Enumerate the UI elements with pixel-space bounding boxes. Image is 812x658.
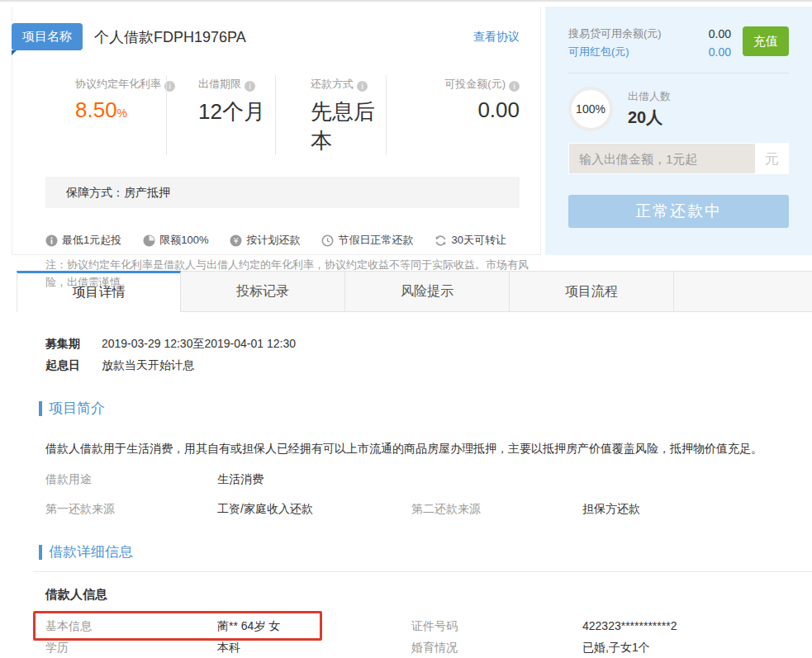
- row-label2: [411, 471, 582, 487]
- panel-divider: [568, 73, 789, 73]
- row-label: 学历: [45, 637, 217, 658]
- fundraise-period-label: 募集期: [45, 337, 80, 350]
- feature-transferable: 30天可转让: [434, 233, 506, 248]
- feature-label: 节假日正常还款: [338, 233, 413, 248]
- row-value2: 担保方还款: [582, 500, 789, 517]
- feature-label: 按计划还款: [246, 233, 300, 248]
- fundraise-period-row: 募集期 2019-03-29 12:30至2019-04-01 12:30: [45, 337, 789, 352]
- info-icon: [45, 234, 58, 247]
- borrower-info-subheading: 借款人信息: [45, 587, 789, 603]
- loan-detail-page: 项目名称 个人借款FDPH1976PA 查看协议 协议约定年化利率 8.50% …: [0, 0, 812, 658]
- stat-label: 协议约定年化利率: [75, 78, 161, 90]
- guarantee-bar: 保障方式：房产抵押: [45, 177, 520, 208]
- tab-filler: [674, 271, 812, 312]
- stat-value: 0.00: [387, 97, 520, 123]
- interest-start-label: 起息日: [45, 358, 80, 372]
- repaying-status-button[interactable]: 正常还款中: [568, 195, 789, 228]
- amount-input[interactable]: [569, 144, 755, 173]
- row-value2: [582, 471, 789, 487]
- borrower-info-table: 基本信息 蔺** 64岁 女 证件号码 422323***********2 学…: [45, 615, 789, 658]
- feature-min-invest: 最低1元起投: [45, 233, 121, 248]
- yen-icon: ¥: [230, 234, 242, 247]
- row-label: 第一还款来源: [45, 500, 217, 517]
- row-value: 工资/家庭收入还款: [217, 500, 411, 517]
- stat-value: 先息后本: [311, 97, 386, 155]
- pie-icon: [143, 234, 155, 247]
- amount-input-group: 元: [568, 143, 789, 174]
- project-detail-content: 募集期 2019-03-29 12:30至2019-04-01 12:30 起息…: [0, 312, 812, 658]
- invest-panel: 搜易贷可用余额(元) 0.00 可用红包(元) 0.00 充值 100% 出借人…: [545, 7, 812, 255]
- progress-row: 100% 出借人数 20人: [568, 87, 789, 131]
- page-title: 个人借款FDPH1976PA: [94, 27, 246, 47]
- clock-icon: [321, 234, 334, 247]
- feature-holiday-repay: 节假日正常还款: [321, 233, 413, 248]
- upper-section: 项目名称 个人借款FDPH1976PA 查看协议 协议约定年化利率 8.50% …: [0, 2, 812, 260]
- lenders-block: 出借人数 20人: [628, 89, 671, 129]
- stat-label: 还款方式: [311, 78, 354, 90]
- stat-value: 8.50: [75, 97, 117, 122]
- feature-label: 最低1元起投: [62, 233, 121, 248]
- redpacket-link[interactable]: 可用红包(元): [568, 43, 709, 61]
- stat-value: 12个月: [198, 97, 275, 126]
- info-icon[interactable]: [245, 81, 255, 92]
- fundraise-period-value: 2019-03-29 12:30至2019-04-01 12:30: [102, 337, 296, 350]
- lenders-count: 20人: [628, 107, 671, 129]
- feature-label: 限额100%: [159, 233, 208, 248]
- row-label2: 第二还款来源: [411, 500, 582, 517]
- basic-info-row: 基本信息 蔺** 64岁 女 证件号码 422323***********2: [45, 615, 789, 637]
- balance-label: 搜易贷可用余额(元): [568, 25, 709, 43]
- row-label2: 证件号码: [411, 615, 582, 637]
- row-value: 本科: [217, 637, 411, 658]
- interest-start-row: 起息日 放款当天开始计息: [45, 358, 789, 373]
- view-agreement-link[interactable]: 查看协议: [473, 30, 520, 45]
- lenders-label: 出借人数: [628, 89, 671, 104]
- stats-row: 协议约定年化利率 8.50% 出借期限 12个月 还款方式 先息后本 可投金额(…: [12, 75, 521, 155]
- account-summary: 搜易贷可用余额(元) 0.00 可用红包(元) 0.00 充值: [568, 25, 789, 61]
- project-name-badge: 项目名称: [12, 23, 83, 50]
- section-divider: [33, 571, 812, 572]
- tab-project-process[interactable]: 项目流程: [510, 271, 674, 312]
- interest-start-value: 放款当天开始计息: [102, 358, 194, 372]
- row-label2: 婚育情况: [411, 637, 582, 658]
- section-heading-intro: 项目简介: [39, 401, 789, 416]
- row-label: 基本信息: [45, 615, 217, 637]
- education-row: 学历 本科 婚育情况 已婚,子女1个: [45, 637, 789, 658]
- info-icon[interactable]: [357, 81, 368, 92]
- stat-annual-rate: 协议约定年化利率 8.50%: [12, 75, 166, 155]
- row-value: 生活消费: [217, 471, 411, 487]
- stat-label: 出借期限: [198, 78, 241, 90]
- stat-suffix: %: [117, 107, 127, 120]
- project-summary-card: 项目名称 个人借款FDPH1976PA 查看协议 协议约定年化利率 8.50% …: [12, 7, 541, 255]
- disclaimer-note: 注：协议约定年化利率是借款人与出借人约定的年化利率，协议约定收益不等同于实际收益…: [45, 256, 530, 291]
- feature-quota: 限额100%: [143, 233, 208, 248]
- loan-purpose-row: 借款用途 生活消费: [45, 471, 789, 487]
- stat-available-amount: 可投金额(元) 0.00: [386, 75, 521, 155]
- info-icon[interactable]: [509, 81, 520, 92]
- stat-term: 出借期限 12个月: [166, 75, 275, 155]
- project-header: 项目名称 个人借款FDPH1976PA 查看协议: [12, 23, 540, 50]
- row-value2: 422323***********2: [582, 615, 789, 637]
- redpacket-value: 0.00: [709, 43, 731, 61]
- stat-repay-method: 还款方式 先息后本: [275, 75, 386, 155]
- repay-source-row: 第一还款来源 工资/家庭收入还款 第二还款来源 担保方还款: [45, 500, 789, 517]
- progress-circle: 100%: [568, 87, 613, 131]
- row-value: 蔺** 64岁 女: [217, 615, 411, 637]
- feature-planned-repay: ¥ 按计划还款: [230, 233, 300, 248]
- row-value2: 已婚,子女1个: [582, 637, 789, 658]
- project-description: 借款人借款用于生活消费，用其自有或担保人已经拥有可以上市流通的商品房屋办理抵押，…: [45, 439, 789, 457]
- balance-value: 0.00: [709, 25, 731, 43]
- row-label: 借款用途: [45, 471, 217, 487]
- refresh-icon: [434, 234, 447, 247]
- recharge-button[interactable]: 充值: [743, 26, 789, 56]
- amount-unit-label: 元: [755, 144, 788, 173]
- feature-label: 30天可转让: [451, 233, 506, 248]
- svg-text:¥: ¥: [234, 237, 239, 245]
- features-row: 最低1元起投 限额100% ¥ 按计划还款: [45, 233, 532, 248]
- section-heading-detail: 借款详细信息: [39, 545, 789, 560]
- stat-label: 可投金额(元): [444, 78, 506, 90]
